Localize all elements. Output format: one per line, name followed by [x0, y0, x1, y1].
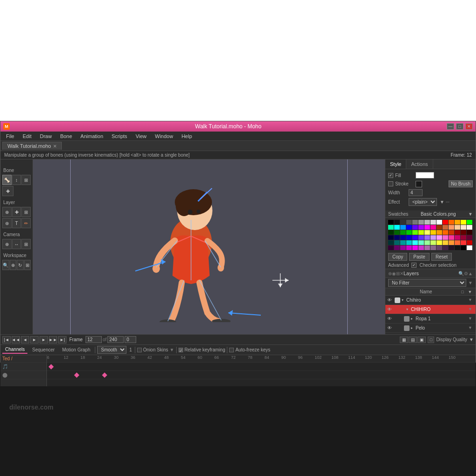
color-cell[interactable]	[388, 240, 394, 245]
color-cell[interactable]	[449, 220, 454, 225]
layer-item[interactable]: 👁 ▸ Brazo 1 ▼	[385, 333, 476, 334]
color-cell[interactable]	[400, 220, 406, 225]
total-frames-input[interactable]	[107, 336, 124, 343]
color-cell[interactable]	[467, 235, 472, 240]
color-cell[interactable]	[436, 235, 442, 240]
color-cell[interactable]	[406, 240, 412, 245]
layer-tool-3[interactable]: ⊞	[21, 207, 31, 217]
color-cell[interactable]	[424, 225, 430, 230]
color-cell[interactable]	[443, 240, 448, 245]
layer-menu-icon[interactable]: ▼	[468, 316, 474, 322]
color-cell[interactable]	[467, 230, 472, 235]
color-cell[interactable]	[406, 245, 412, 250]
minimize-button[interactable]: —	[447, 123, 454, 130]
menu-animation[interactable]: Animation	[77, 132, 107, 140]
workspace-tool-2[interactable]: ⊕	[10, 260, 17, 270]
no-brush-button[interactable]: No Brush	[449, 180, 473, 187]
color-cell[interactable]	[412, 225, 418, 230]
color-cell[interactable]	[430, 225, 436, 230]
stroke-checkbox[interactable]	[388, 181, 393, 186]
fill-checkbox[interactable]: ✓	[388, 173, 393, 178]
color-cell[interactable]	[455, 230, 460, 235]
menu-file[interactable]: File	[2, 132, 18, 140]
workspace-tool-4[interactable]: ⊞	[24, 260, 31, 270]
layer-menu-icon[interactable]: ▼	[468, 298, 474, 303]
layer-expand-icon[interactable]: ▸	[411, 317, 416, 321]
color-cell[interactable]	[394, 220, 400, 225]
layers-toolbar-icon-2[interactable]: ◉	[392, 271, 396, 276]
color-cell[interactable]	[406, 230, 412, 235]
color-cell[interactable]	[418, 220, 424, 225]
color-cell[interactable]	[424, 240, 430, 245]
quality-btn-3[interactable]: ▣	[417, 337, 426, 343]
layer-eye-icon[interactable]: 👁	[387, 307, 395, 312]
layers-settings-icon[interactable]: ⚙	[464, 271, 468, 276]
color-cell[interactable]	[424, 235, 430, 240]
color-cell[interactable]	[394, 240, 400, 245]
color-cell[interactable]	[400, 225, 406, 230]
screen-icon[interactable]: □	[428, 337, 434, 343]
color-cell[interactable]	[461, 225, 466, 230]
paste-button[interactable]: Paste	[409, 253, 430, 261]
color-cell[interactable]	[467, 220, 472, 225]
relative-checkbox[interactable]: ✓	[178, 348, 183, 352]
swatches-dropdown-icon[interactable]: ▼	[468, 212, 473, 217]
reset-button[interactable]: Reset	[431, 253, 452, 261]
color-cell[interactable]	[436, 245, 442, 250]
bone-tool-1[interactable]: 🦴	[2, 175, 12, 185]
color-cell[interactable]	[461, 235, 466, 240]
layer-tool-6[interactable]: ✏	[21, 218, 31, 228]
color-cell[interactable]	[418, 230, 424, 235]
color-cell[interactable]	[436, 230, 442, 235]
next-keyframe-button[interactable]: ►►	[49, 336, 57, 344]
menu-help[interactable]: Help	[178, 132, 196, 140]
color-cell[interactable]	[394, 235, 400, 240]
width-input[interactable]	[409, 189, 423, 196]
color-cell[interactable]	[394, 230, 400, 235]
color-cell[interactable]	[436, 240, 442, 245]
display-dropdown-icon[interactable]: ▼	[469, 337, 474, 342]
camera-tool-3[interactable]: ⊞	[21, 239, 31, 249]
color-cell[interactable]	[388, 235, 394, 240]
tab-close-button[interactable]: ✕	[53, 144, 57, 149]
step-forward-button[interactable]: ►	[40, 336, 48, 344]
color-cell[interactable]	[400, 245, 406, 250]
color-cell[interactable]	[461, 245, 466, 250]
camera-tool-2[interactable]: ↔	[12, 239, 21, 249]
copy-button[interactable]: Copy	[388, 253, 407, 261]
layer-item[interactable]: 👁 ▾ CHIHIRO ▼	[385, 305, 476, 314]
layer-tool-2[interactable]: ✚	[12, 207, 21, 217]
fps-input[interactable]	[125, 336, 136, 343]
canvas-area[interactable]	[33, 159, 385, 334]
menu-window[interactable]: Window	[151, 132, 177, 140]
tl-tab-motion-graph[interactable]: Motion Graph	[60, 346, 93, 353]
color-cell[interactable]	[443, 235, 448, 240]
bone-tool-3[interactable]: ⊞	[21, 175, 31, 185]
color-cell[interactable]	[461, 230, 466, 235]
color-cell[interactable]	[394, 225, 400, 230]
layer-expand-icon[interactable]: ▾	[402, 298, 406, 302]
keyframe-3[interactable]	[102, 372, 107, 377]
layer-expand-icon[interactable]: ▾	[406, 307, 411, 311]
color-cell[interactable]	[443, 245, 448, 250]
color-cell[interactable]	[388, 245, 394, 250]
menu-edit[interactable]: Edit	[19, 132, 35, 140]
layers-search-icon[interactable]: 🔍	[458, 271, 464, 276]
layer-menu-icon[interactable]: ▼	[468, 307, 474, 312]
color-cell[interactable]	[467, 240, 472, 245]
filter-dropdown-icon[interactable]: ▼	[468, 280, 473, 285]
layer-tool-5[interactable]: T	[12, 218, 21, 228]
play-button[interactable]: ►	[30, 336, 39, 344]
color-cell[interactable]	[443, 225, 448, 230]
color-cell[interactable]	[436, 225, 442, 230]
layers-toolbar-icon-4[interactable]: ✕	[400, 271, 403, 276]
color-cell[interactable]	[430, 230, 436, 235]
color-cell[interactable]	[388, 225, 394, 230]
color-cell[interactable]	[467, 245, 472, 250]
close-button[interactable]: ✕	[465, 123, 473, 130]
keyframe-1[interactable]	[48, 364, 53, 369]
maximize-button[interactable]: □	[456, 123, 463, 130]
menu-view[interactable]: View	[132, 132, 151, 140]
color-cell[interactable]	[388, 230, 394, 235]
document-tab[interactable]: Walk Tutorial.moho ✕	[2, 142, 62, 150]
